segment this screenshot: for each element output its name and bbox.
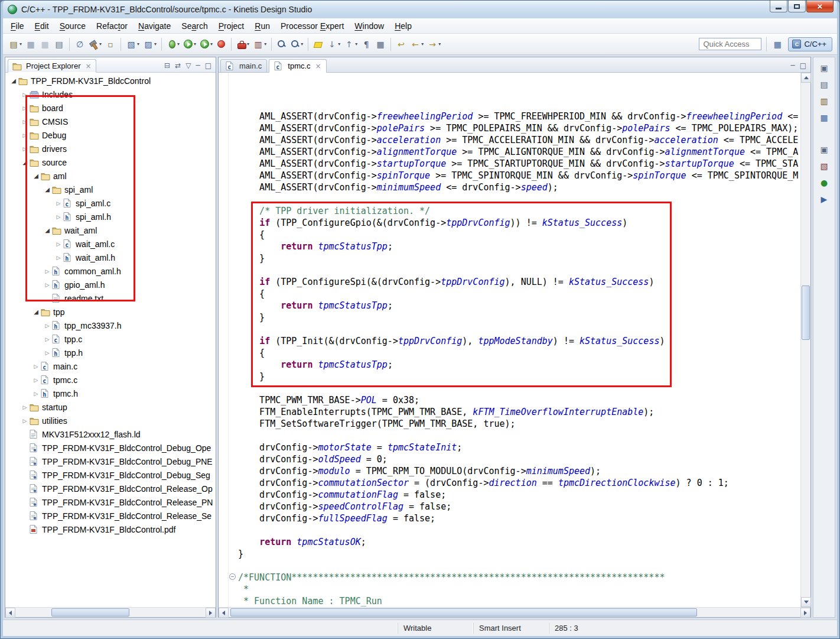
menu-search[interactable]: Search: [176, 20, 213, 33]
tree-item-readme-txt[interactable]: readme.txt: [5, 291, 216, 305]
tree-item-tpp-frdm-kv31f-bldccontrol-release-se[interactable]: TPP_FRDM-KV31F_BldcControl_Release_Se: [5, 509, 216, 523]
dropdown-arrow-icon[interactable]: ▾: [99, 41, 102, 47]
tree-item-spi-aml[interactable]: ◢spi_aml: [5, 183, 216, 196]
collapsed-arrow-icon[interactable]: ▷: [20, 418, 30, 424]
tree-item-source[interactable]: ◢source: [5, 155, 216, 169]
maximize-window-button[interactable]: [788, 1, 806, 12]
hscroll-thumb[interactable]: [51, 608, 129, 617]
cpp-perspective-button[interactable]: C C/C++: [788, 37, 832, 51]
previous-annotation-button[interactable]: ↑▾: [343, 38, 359, 51]
vscroll-thumb[interactable]: [802, 286, 810, 340]
minimize-window-button[interactable]: [770, 1, 787, 12]
collapsed-arrow-icon[interactable]: ▷: [54, 200, 63, 206]
tree-item-tpp-mc33937-h[interactable]: ▷htpp_mc33937.h: [5, 319, 216, 332]
close-window-button[interactable]: ×: [806, 1, 834, 12]
console-view-icon[interactable]: ▥: [818, 95, 831, 108]
tree-item-cmsis[interactable]: ▷CMSIS: [5, 115, 216, 128]
dropdown-arrow-icon[interactable]: ▾: [19, 41, 22, 47]
debug-button[interactable]: ▾: [165, 38, 181, 50]
menu-file[interactable]: File: [5, 20, 30, 33]
tree-item-tpp-frdm-kv31f-bldccontrol-release-pn[interactable]: TPP_FRDM-KV31F_BldcControl_Release_PN: [5, 495, 216, 509]
collapsed-arrow-icon[interactable]: ▷: [43, 350, 52, 356]
menu-run[interactable]: Run: [249, 20, 275, 33]
tree-item-debug[interactable]: ▷Debug: [5, 128, 216, 142]
menu-refactor[interactable]: Refactor: [91, 20, 133, 33]
close-view-icon[interactable]: ×: [85, 62, 91, 70]
dropdown-arrow-icon[interactable]: ▾: [421, 41, 424, 47]
dropdown-arrow-icon[interactable]: ▾: [301, 41, 303, 47]
link-with-editor-icon[interactable]: ⇄: [175, 61, 181, 70]
tree-item-mkv31f512xxx12-flash-ld[interactable]: MKV31F512xxx12_flash.ld: [5, 427, 216, 441]
annotation-ruler[interactable]: [219, 73, 228, 607]
scroll-right-button[interactable]: [800, 608, 810, 618]
tree-item-drivers[interactable]: ▷drivers: [5, 142, 216, 155]
expanded-arrow-icon[interactable]: ◢: [43, 186, 52, 193]
editor-tab-main-c[interactable]: cmain.c: [220, 59, 267, 73]
menu-edit[interactable]: Edit: [30, 20, 54, 33]
debug-view-icon[interactable]: ●: [818, 176, 831, 189]
menu-help[interactable]: Help: [389, 20, 417, 33]
tree-item-startup[interactable]: ▷startup: [5, 400, 216, 414]
dropdown-arrow-icon[interactable]: ▾: [154, 41, 157, 47]
tree-item-tpp-frdm-kv31f-bldccontrol-debug-pne[interactable]: TPP_FRDM-KV31F_BldcControl_Debug_PNE: [5, 455, 216, 468]
problems-view-icon[interactable]: ▧: [818, 160, 831, 173]
new-cpp-class-button[interactable]: ▨▾: [142, 38, 158, 51]
profile-button[interactable]: ▾: [198, 38, 214, 50]
menu-source[interactable]: Source: [54, 20, 91, 33]
run-button[interactable]: ▾: [182, 38, 197, 50]
save-all-button[interactable]: ▦: [38, 38, 51, 51]
tree-item-wait-aml-h[interactable]: ▷hwait_aml.h: [5, 251, 216, 264]
open-perspective-button[interactable]: ▦: [771, 38, 783, 50]
folding-ruler[interactable]: −: [228, 73, 237, 607]
tree-item-tpmc-c[interactable]: ▷ctpmc.c: [5, 373, 216, 387]
quick-access-input[interactable]: [699, 38, 761, 50]
dropdown-arrow-icon[interactable]: ▾: [247, 41, 249, 47]
collapsed-arrow-icon[interactable]: ▷: [20, 105, 30, 111]
tree-item-spi-aml-h[interactable]: ▷hspi_aml.h: [5, 210, 216, 223]
editor-hscrollbar[interactable]: [219, 607, 810, 617]
tree-item-wait-aml[interactable]: ◢wait_aml: [5, 223, 216, 237]
search-view-icon[interactable]: ▶: [818, 193, 831, 206]
collapsed-arrow-icon[interactable]: ▷: [20, 146, 30, 152]
tree-item-board[interactable]: ▷board: [5, 101, 216, 115]
menu-window[interactable]: Window: [349, 20, 389, 33]
code-editor[interactable]: AML_ASSERT(drvConfig->freewheelingPeriod…: [237, 73, 800, 607]
menu-processor-expert[interactable]: Processor Expert: [275, 20, 349, 33]
tree-item-tpp-c[interactable]: ▷ctpp.c: [5, 332, 216, 346]
last-edit-location-button[interactable]: ↩: [395, 38, 408, 51]
expanded-arrow-icon[interactable]: ◢: [20, 159, 30, 166]
scroll-up-button[interactable]: [801, 73, 811, 83]
collapsed-arrow-icon[interactable]: ▷: [43, 323, 52, 329]
collapse-all-icon[interactable]: ⊟: [164, 61, 170, 70]
menu-navigate[interactable]: Navigate: [133, 20, 176, 33]
save-button[interactable]: ▦: [24, 38, 37, 51]
tree-item-tpp-h[interactable]: ▷htpp.h: [5, 346, 216, 359]
project-explorer-tab[interactable]: Project Explorer ×: [8, 59, 96, 73]
collapsed-arrow-icon[interactable]: ▷: [54, 255, 63, 261]
expanded-arrow-icon[interactable]: ◢: [9, 77, 18, 84]
project-explorer-hscrollbar[interactable]: [5, 607, 216, 617]
collapsed-arrow-icon[interactable]: ▷: [31, 364, 41, 369]
build-button[interactable]: ▾: [87, 38, 103, 50]
view-menu-icon[interactable]: ▽: [185, 61, 191, 70]
dropdown-arrow-icon[interactable]: ▾: [177, 41, 180, 47]
editor-vscrollbar[interactable]: [800, 73, 810, 607]
expanded-arrow-icon[interactable]: ◢: [31, 309, 41, 315]
fold-collapse-icon[interactable]: −: [229, 573, 236, 580]
collapsed-arrow-icon[interactable]: ▷: [20, 119, 30, 125]
collapsed-arrow-icon[interactable]: ▷: [20, 92, 30, 98]
open-element-button[interactable]: [275, 38, 288, 50]
minimize-editor-icon[interactable]: ─: [790, 61, 795, 70]
search-button[interactable]: ▾: [289, 38, 304, 50]
tree-item-gpio-aml-h[interactable]: ▷hgpio_aml.h: [5, 278, 216, 291]
back-button[interactable]: ←▾: [409, 38, 425, 51]
restore-pane-2-icon[interactable]: ▣: [818, 143, 831, 156]
code-coverage-button[interactable]: ▥▾: [252, 38, 268, 51]
forward-button[interactable]: →▾: [426, 38, 442, 51]
collapsed-arrow-icon[interactable]: ▷: [20, 404, 30, 410]
tree-item-aml[interactable]: ◢aml: [5, 169, 216, 183]
make-targets-view-icon[interactable]: ▦: [818, 111, 831, 124]
maximize-editor-icon[interactable]: □: [800, 61, 806, 70]
collapsed-arrow-icon[interactable]: ▷: [54, 214, 63, 220]
show-whitespace-button[interactable]: ¶: [360, 38, 373, 51]
